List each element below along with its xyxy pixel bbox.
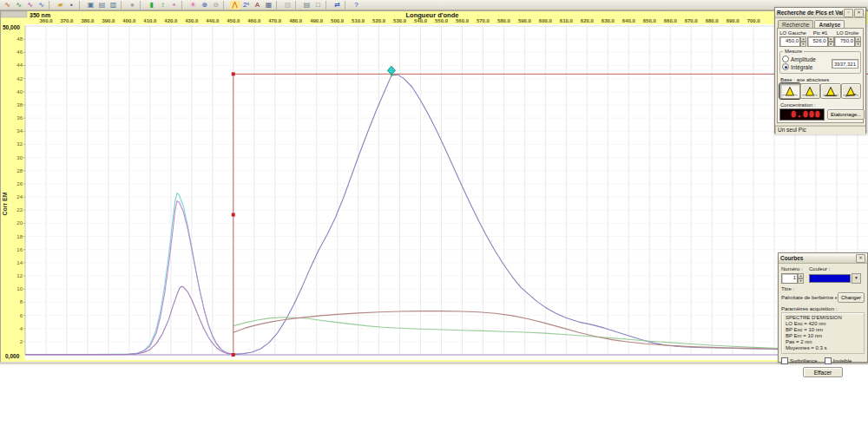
color-dropdown-icon[interactable]: ▼ — [852, 273, 861, 284]
spinner-down-icon[interactable]: ▼ — [828, 42, 834, 47]
params-acquisition-label: Paramètres acquisition : — [781, 306, 865, 311]
y-tick-label: 18 — [16, 234, 23, 239]
acquisition-param-line: BP Em = 10 nm — [786, 333, 862, 339]
measure-handle[interactable] — [232, 353, 235, 357]
tab-analyse[interactable]: Analyse — [814, 20, 845, 28]
x-tick-label: 450.0 — [227, 18, 240, 23]
y-tick-label: 40 — [16, 89, 23, 95]
edit-spectrum-icon[interactable]: ∿ — [25, 1, 36, 10]
new-spectrum-icon[interactable]: ∿ — [3, 1, 13, 10]
x-axis-title: Longueur d'onde — [406, 11, 459, 19]
copy-spectrum-icon[interactable]: ∿ — [36, 1, 47, 10]
spinner-down-icon[interactable]: ▼ — [855, 42, 861, 47]
math-function-icon[interactable]: 2ˣ — [241, 1, 252, 10]
zoom-in-icon[interactable]: ⊕ — [200, 1, 210, 10]
axis-scale-icon[interactable]: ▮ — [147, 1, 157, 10]
changer-button[interactable]: Changer — [838, 292, 865, 303]
y-min-label: 0,000 — [5, 353, 20, 360]
invisible-checkbox[interactable] — [825, 357, 832, 364]
analyse-tab-panel: LO Gauche 450,0 ▲▼ Pic #1 526,0 ▲▼ LO Dr… — [777, 28, 864, 123]
peak-search-icon[interactable]: ⋀ — [230, 1, 240, 10]
base-peak-full-button[interactable] — [779, 83, 800, 99]
spectrum-chart[interactable]: 360.0370.0380.0390.0400.0410.0420.0430.0… — [1, 11, 868, 361]
measure-handle[interactable] — [232, 72, 235, 75]
integrale-radio[interactable] — [782, 63, 789, 70]
close-icon[interactable]: ✕ — [854, 9, 864, 17]
peaks-dialog-tabs: Recherche Analyse — [775, 18, 865, 28]
x-tick-label: 640.0 — [622, 18, 636, 23]
y-tick-label: 20 — [16, 220, 23, 226]
annotate-icon[interactable]: A — [253, 1, 263, 10]
x-tick-label: 470.0 — [268, 18, 282, 23]
y-tick-label: 44 — [16, 62, 23, 68]
base-peak-left-button[interactable] — [800, 83, 821, 99]
pin-icon[interactable]: ▫ — [844, 9, 853, 17]
x-tick-label: 590.0 — [518, 18, 532, 23]
zoom-out-icon[interactable]: ⊖ — [211, 1, 221, 10]
y-tick-label: 26 — [16, 181, 23, 187]
lo-gauche-value[interactable]: 450,0 — [779, 36, 800, 47]
open-file-icon[interactable]: ▰ — [56, 1, 66, 10]
toolbar-separator — [326, 1, 330, 10]
export-icon[interactable]: □ — [313, 1, 324, 10]
lo-gauche-spinner[interactable]: 450,0 ▲▼ — [779, 36, 806, 47]
courbes-dialog-titlebar[interactable]: Courbes ✕ — [779, 253, 867, 264]
transfer-icon[interactable]: ⇄ — [332, 1, 343, 10]
effacer-button[interactable]: Effacer — [803, 367, 843, 377]
window-tile-icon[interactable]: ▣ — [86, 1, 96, 10]
y-tick-label: 38 — [16, 102, 23, 108]
y-tick-label: 12 — [16, 273, 23, 278]
overlay-spectrum-icon[interactable]: ∿ — [14, 1, 24, 10]
peak-star-icon[interactable]: ✳ — [188, 1, 199, 10]
calculator-icon[interactable]: ▦ — [264, 1, 274, 10]
curve-color-swatch[interactable] — [809, 274, 851, 283]
y-max-label: 50,000 — [3, 24, 20, 31]
x-tick-label: 570.0 — [477, 18, 490, 23]
y-tick-label: 22 — [16, 207, 23, 213]
pic1-value[interactable]: 526,0 — [807, 36, 828, 47]
y-tick-label: 28 — [16, 168, 23, 173]
lo-droite-spinner[interactable]: 750,0 ▲▼ — [834, 36, 861, 47]
cursor-tracking-icon[interactable]: + — [169, 1, 180, 10]
measure-handle[interactable] — [232, 213, 235, 217]
acquisition-param-line: Moyennes = 0.3 s — [786, 345, 862, 351]
surbrillance-label: Surbrillance — [790, 358, 818, 363]
spinner-down-icon[interactable]: ▼ — [800, 42, 806, 47]
surbrillance-checkbox[interactable] — [781, 357, 788, 364]
acquisition-param-line: SPECTRE D'EMISSION — [786, 315, 862, 321]
x-tick-label: 360.0 — [39, 18, 53, 23]
help-icon[interactable]: ? — [352, 1, 362, 10]
x-tick-label: 410.0 — [143, 18, 157, 23]
numero-spinner[interactable]: 1 ▲▼ — [781, 273, 804, 284]
numero-value[interactable]: 1 — [781, 273, 798, 284]
window-cascade-icon[interactable]: ▤ — [97, 1, 108, 10]
sphere-icon[interactable]: ● — [128, 1, 138, 10]
x-tick-label: 440.0 — [206, 18, 220, 23]
etalonnage-button[interactable]: Etalonnage... — [827, 109, 865, 120]
amplitude-radio[interactable] — [782, 56, 789, 62]
y-tick-label: 34 — [16, 128, 23, 134]
plot-area[interactable] — [25, 24, 868, 360]
autoscale-icon[interactable]: ↕ — [158, 1, 168, 10]
close-icon[interactable]: ✕ — [856, 254, 865, 263]
lo-droite-value[interactable]: 750,0 — [834, 36, 855, 47]
spinner-down-icon[interactable]: ▼ — [798, 278, 804, 284]
x-tick-label: 670.0 — [685, 18, 699, 23]
acquisition-param-line: Pas = 2 nm — [786, 339, 862, 345]
peaks-dialog-titlebar[interactable]: Recherche de Pics et Vallées ▫ ✕ — [775, 8, 865, 18]
pic1-spinner[interactable]: 526,0 ▲▼ — [807, 36, 834, 47]
x-tick-label: 520.0 — [372, 18, 386, 23]
base-peak-full-icon — [782, 86, 798, 97]
x-tick-label: 580.0 — [497, 18, 511, 23]
courbes-dialog: Courbes ✕ Numéro : Couleur : 1 ▲▼ ▼ Titr… — [778, 252, 868, 363]
base-peak-valley-button[interactable] — [841, 83, 862, 99]
toolbar-separator — [295, 1, 299, 10]
acquisition-param-line: LO Exc = 420 nm — [786, 321, 862, 327]
tab-recherche[interactable]: Recherche — [778, 20, 813, 28]
x-tick-label: 620.0 — [581, 18, 595, 23]
window-full-icon[interactable]: ▥ — [108, 1, 119, 10]
print-icon[interactable]: ▤ — [302, 1, 312, 10]
base-peak-right-icon — [823, 86, 838, 97]
save-file-icon[interactable]: ▪ — [67, 1, 77, 10]
base-peak-right-button[interactable] — [820, 83, 841, 99]
